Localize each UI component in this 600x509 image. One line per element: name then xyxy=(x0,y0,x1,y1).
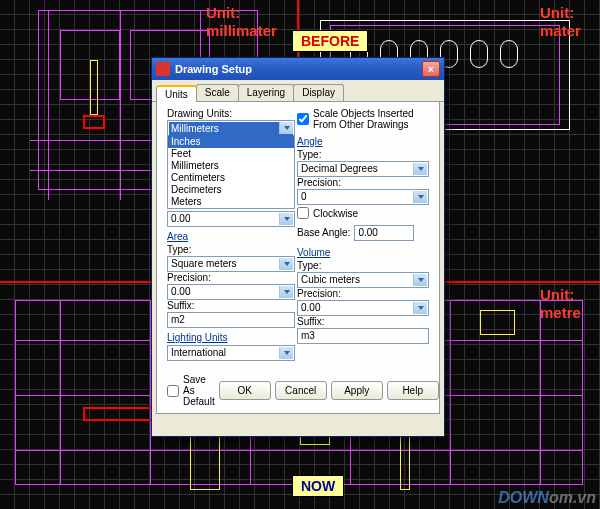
drawing-units-select[interactable]: Millimeters xyxy=(167,120,295,136)
unit-label-tl: Unit:millimater xyxy=(206,4,277,40)
close-button[interactable]: × xyxy=(422,61,440,77)
area-suffix-input[interactable]: m2 xyxy=(167,312,295,328)
volume-type-label: Type: xyxy=(297,260,429,271)
drawing-units-listbox[interactable]: Inches Feet Millimeters Centimeters Deci… xyxy=(167,135,295,209)
scale-objects-label: Scale Objects Inserted From Other Drawin… xyxy=(313,108,429,130)
base-angle-label: Base Angle: xyxy=(297,227,350,238)
area-type-label: Type: xyxy=(167,244,295,255)
save-default-label: Save As Default xyxy=(183,374,215,407)
area-suffix-label: Suffix: xyxy=(167,300,295,311)
area-type-select[interactable]: Square meters xyxy=(167,256,295,272)
lighting-select[interactable]: International xyxy=(167,345,295,361)
drawing-units-precision-select[interactable]: 0.00 xyxy=(167,211,295,227)
watermark: DOWNom.vn xyxy=(498,489,596,507)
tab-strip: Units Scale Layering Display xyxy=(152,80,444,102)
save-default-checkbox[interactable]: Save As Default xyxy=(167,374,215,407)
angle-title: Angle xyxy=(297,136,429,147)
list-item[interactable]: Decimeters xyxy=(168,184,294,196)
ok-button[interactable]: OK xyxy=(219,381,271,400)
help-button[interactable]: Help xyxy=(387,381,439,400)
volume-title: Volume xyxy=(297,247,429,258)
clockwise-label: Clockwise xyxy=(313,208,358,219)
tab-units[interactable]: Units xyxy=(156,85,197,102)
clockwise-input[interactable] xyxy=(297,207,309,219)
before-banner: BEFORE xyxy=(292,30,368,52)
volume-precision-select[interactable]: 0.00 xyxy=(297,300,429,316)
list-item[interactable]: Centimeters xyxy=(168,172,294,184)
angle-precision-label: Precision: xyxy=(297,177,429,188)
drawing-units-label: Drawing Units: xyxy=(167,108,295,119)
angle-type-select[interactable]: Decimal Degrees xyxy=(297,161,429,177)
cancel-button[interactable]: Cancel xyxy=(275,381,327,400)
apply-button[interactable]: Apply xyxy=(331,381,383,400)
list-item[interactable]: Meters xyxy=(168,196,294,208)
area-precision-select[interactable]: 0.00 xyxy=(167,284,295,300)
save-default-input[interactable] xyxy=(167,385,179,397)
volume-precision-label: Precision: xyxy=(297,288,429,299)
base-angle-input[interactable]: 0.00 xyxy=(354,225,414,241)
angle-precision-select[interactable]: 0 xyxy=(297,189,429,205)
angle-type-label: Type: xyxy=(297,149,429,160)
scale-objects-checkbox[interactable]: Scale Objects Inserted From Other Drawin… xyxy=(297,108,429,130)
lighting-title: Lighting Units xyxy=(167,332,295,343)
tab-layering[interactable]: Layering xyxy=(238,84,294,101)
now-banner: NOW xyxy=(292,475,344,497)
dialog-title: Drawing Setup xyxy=(175,63,422,75)
clockwise-checkbox[interactable]: Clockwise xyxy=(297,207,429,219)
titlebar[interactable]: Drawing Setup × xyxy=(152,58,444,80)
highlight-box xyxy=(83,115,105,129)
area-title: Area xyxy=(167,231,295,242)
panel-units: Drawing Units: Millimeters Inches Feet M… xyxy=(156,102,440,414)
app-logo-icon xyxy=(156,62,170,76)
unit-label-tr: Unit:mater xyxy=(540,4,581,40)
volume-suffix-input[interactable]: m3 xyxy=(297,328,429,344)
area-precision-label: Precision: xyxy=(167,272,295,283)
list-item[interactable]: Millimeters xyxy=(168,160,294,172)
list-item[interactable]: Inches xyxy=(168,136,294,148)
tab-scale[interactable]: Scale xyxy=(196,84,239,101)
scale-objects-input[interactable] xyxy=(297,113,309,125)
volume-type-select[interactable]: Cubic meters xyxy=(297,272,429,288)
list-item[interactable]: Feet xyxy=(168,148,294,160)
volume-suffix-label: Suffix: xyxy=(297,316,429,327)
drawing-setup-dialog: Drawing Setup × Units Scale Layering Dis… xyxy=(151,57,445,437)
tab-display[interactable]: Display xyxy=(293,84,344,101)
unit-label-br: Unit:metre xyxy=(540,286,581,322)
